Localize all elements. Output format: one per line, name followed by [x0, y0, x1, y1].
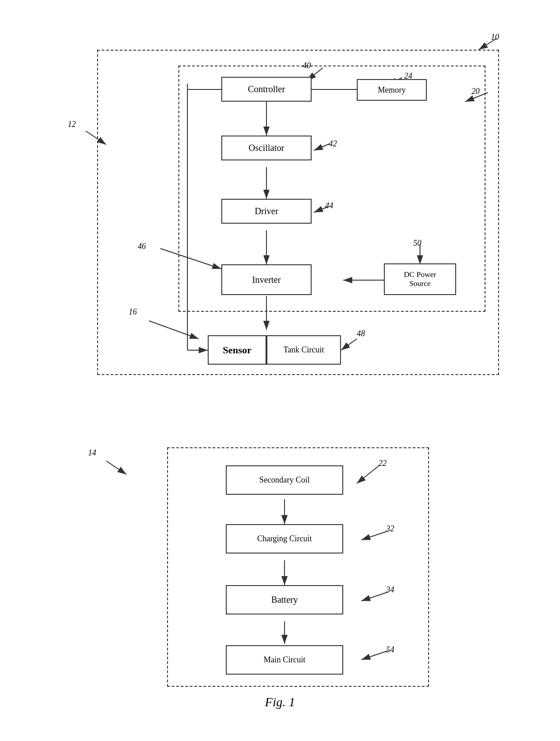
inverter-box: Inverter	[221, 264, 312, 295]
label-24: 24	[404, 71, 412, 81]
label-16: 16	[129, 307, 137, 317]
label-48: 48	[357, 329, 365, 338]
main-circuit-box: Main Circuit	[226, 645, 343, 675]
label-32: 32	[386, 524, 394, 534]
label-34: 34	[386, 585, 394, 595]
driver-box: Driver	[221, 199, 312, 224]
memory-label: Memory	[378, 85, 406, 95]
label-12: 12	[68, 120, 76, 129]
label-46: 46	[138, 242, 146, 251]
driver-label: Driver	[255, 206, 278, 216]
battery-label: Battery	[271, 595, 298, 605]
charging-circuit-label: Charging Circuit	[257, 534, 312, 544]
label-50: 50	[413, 239, 421, 248]
secondary-coil-label: Secondary Coil	[259, 475, 309, 485]
oscillator-label: Oscillator	[249, 143, 285, 153]
svg-line-18	[106, 461, 126, 474]
oscillator-box: Oscillator	[221, 136, 312, 160]
controller-label: Controller	[248, 84, 285, 94]
label-14: 14	[88, 448, 96, 458]
charging-circuit-box: Charging Circuit	[226, 524, 343, 553]
inverter-label: Inverter	[252, 275, 280, 285]
label-40: 40	[303, 61, 311, 70]
secondary-coil-box: Secondary Coil	[226, 465, 343, 495]
label-42: 42	[329, 139, 337, 149]
tank-circuit-box: Tank Circuit	[266, 335, 341, 365]
label-10: 10	[491, 33, 499, 42]
figure-caption: Fig. 1	[265, 695, 295, 709]
sensor-label: Sensor	[223, 344, 252, 356]
dc-power-label: DC Power Source	[404, 270, 436, 288]
memory-box: Memory	[357, 79, 427, 101]
label-54: 54	[386, 645, 394, 655]
sensor-box: Sensor	[208, 335, 266, 365]
label-20: 20	[471, 87, 480, 96]
label-44: 44	[325, 201, 333, 211]
dc-power-box: DC Power Source	[384, 263, 456, 295]
tank-circuit-label: Tank Circuit	[283, 345, 324, 355]
label-22: 22	[378, 459, 387, 468]
controller-box: Controller	[221, 77, 312, 102]
main-circuit-label: Main Circuit	[264, 655, 306, 665]
battery-box: Battery	[226, 585, 343, 614]
